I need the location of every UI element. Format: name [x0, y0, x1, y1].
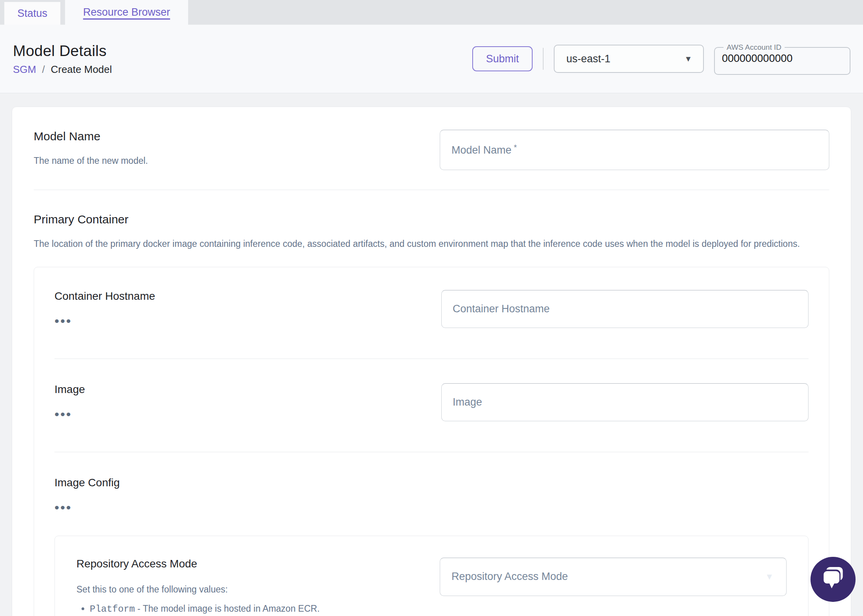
image-config-label: Image Config	[54, 476, 809, 489]
region-select[interactable]: us-east-1 ▼	[554, 45, 704, 73]
model-name-info: Model Name The name of the new model.	[34, 130, 148, 170]
section-divider	[34, 190, 829, 190]
ellipsis-toggle-container-hostname[interactable]: •••	[54, 318, 72, 324]
repository-access-mode-row: Repository Access Mode Set this to one o…	[76, 558, 787, 616]
container-hostname-input[interactable]	[442, 290, 808, 328]
model-name-label: Model Name	[34, 130, 148, 143]
aws-account-id-input[interactable]	[720, 52, 845, 69]
chevron-down-icon: ▼	[765, 572, 774, 582]
repository-access-mode-description: Set this to one of the following values:	[76, 582, 386, 597]
image-input[interactable]	[442, 384, 808, 421]
container-hostname-label: Container Hostname	[54, 290, 155, 303]
primary-container-description: The location of the primary docker image…	[34, 236, 829, 251]
page-title: Model Details	[13, 42, 112, 60]
breadcrumb-current: Create Model	[51, 63, 112, 76]
chat-widget-button[interactable]	[810, 557, 856, 602]
tab-resource-browser[interactable]: Resource Browser	[65, 0, 188, 25]
image-row: Image •••	[54, 383, 809, 421]
region-select-value: us-east-1	[566, 53, 611, 65]
header-divider	[543, 48, 544, 70]
image-inputbox	[441, 383, 809, 421]
ellipsis-toggle-image[interactable]: •••	[54, 411, 72, 417]
model-name-description: The name of the new model.	[34, 153, 148, 168]
breadcrumb: SGM / Create Model	[13, 63, 112, 76]
content-area: Model Name The name of the new model. Mo…	[0, 93, 863, 616]
model-name-row: Model Name The name of the new model. Mo…	[34, 130, 829, 170]
repository-access-mode-options-list: Platform - The model image is hosted in …	[76, 602, 386, 616]
primary-container-heading: Primary Container	[34, 213, 829, 226]
submit-button[interactable]: Submit	[472, 46, 533, 71]
aws-account-id-field: AWS Account ID	[714, 43, 850, 75]
chevron-down-icon: ▼	[684, 54, 692, 63]
breadcrumb-sgm-link[interactable]: SGM	[13, 63, 36, 76]
tab-status[interactable]: Status	[4, 2, 60, 25]
repository-access-mode-placeholder: Repository Access Mode	[451, 571, 568, 583]
repository-access-mode-select[interactable]: Repository Access Mode ▼	[440, 558, 787, 596]
model-name-input[interactable]: Model Name*	[440, 130, 829, 170]
chat-bubbles-icon	[810, 557, 856, 602]
tab-bar: Status Resource Browser	[0, 0, 863, 25]
aws-account-id-label: AWS Account ID	[723, 43, 785, 52]
list-item: Platform - The model image is hosted in …	[90, 602, 386, 616]
image-label: Image	[54, 383, 85, 396]
repository-access-mode-label: Repository Access Mode	[76, 558, 386, 570]
page-header: Model Details SGM / Create Model Submit …	[0, 25, 863, 93]
primary-container-card: Container Hostname ••• Image •••	[34, 267, 829, 616]
ellipsis-toggle-image-config[interactable]: •••	[54, 505, 72, 510]
tab-resource-browser-label: Resource Browser	[83, 6, 170, 18]
breadcrumb-separator: /	[42, 63, 45, 76]
container-hostname-inputbox	[441, 290, 809, 328]
row-divider	[54, 452, 809, 452]
container-hostname-row: Container Hostname •••	[54, 290, 809, 328]
image-config-card: Repository Access Mode Set this to one o…	[54, 536, 809, 616]
row-divider	[54, 359, 809, 359]
title-block: Model Details SGM / Create Model	[13, 42, 112, 76]
platform-code: Platform	[90, 604, 135, 614]
header-controls: Submit us-east-1 ▼ AWS Account ID	[472, 43, 850, 75]
model-details-card: Model Name The name of the new model. Mo…	[12, 107, 851, 616]
tab-status-label: Status	[17, 7, 47, 20]
